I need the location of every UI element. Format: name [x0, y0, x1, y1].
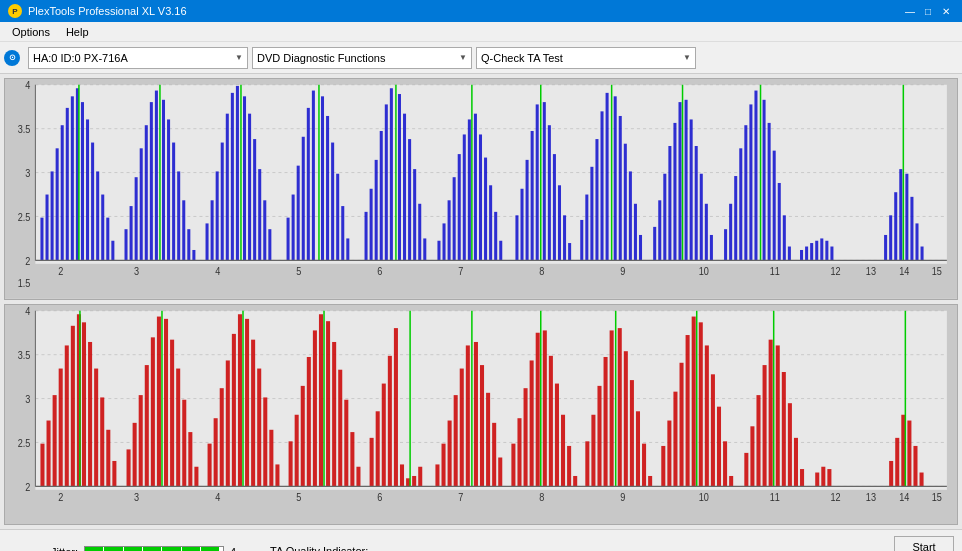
svg-rect-318 [821, 466, 825, 486]
svg-rect-275 [543, 330, 547, 486]
svg-rect-230 [257, 368, 261, 486]
svg-rect-310 [769, 339, 773, 486]
svg-text:8: 8 [539, 266, 544, 278]
svg-rect-289 [630, 380, 634, 486]
window-controls: — □ ✕ [902, 3, 954, 19]
drive-selector[interactable]: HA:0 ID:0 PX-716A ▼ [28, 47, 248, 69]
svg-rect-14 [46, 195, 49, 261]
svg-rect-272 [530, 360, 534, 486]
svg-rect-208 [127, 449, 131, 486]
svg-rect-98 [515, 215, 518, 260]
minimize-button[interactable]: — [902, 3, 918, 19]
function-label: DVD Diagnostic Functions [257, 52, 385, 64]
svg-rect-79 [403, 114, 406, 261]
svg-rect-78 [398, 94, 401, 260]
bottom-chart-container: 4 3.5 3 2.5 2 [4, 304, 958, 526]
svg-rect-233 [275, 464, 279, 486]
svg-rect-305 [729, 475, 733, 485]
svg-rect-226 [238, 314, 242, 486]
svg-rect-126 [668, 146, 671, 260]
svg-rect-50 [236, 86, 239, 260]
svg-rect-326 [920, 472, 924, 486]
maximize-button[interactable]: □ [920, 3, 936, 19]
menu-help[interactable]: Help [58, 24, 97, 40]
test-selector[interactable]: Q-Check TA Test ▼ [476, 47, 696, 69]
svg-rect-239 [319, 314, 323, 486]
svg-rect-107 [558, 185, 561, 260]
ta-quality-label: TA Quality Indicator: [270, 545, 368, 552]
svg-rect-262 [466, 345, 470, 486]
svg-text:13: 13 [866, 491, 876, 503]
svg-rect-109 [568, 243, 571, 260]
svg-rect-320 [889, 460, 893, 485]
svg-rect-271 [524, 388, 528, 486]
svg-rect-246 [356, 466, 360, 486]
svg-rect-298 [692, 316, 696, 486]
svg-rect-249 [382, 383, 386, 486]
svg-rect-24 [91, 143, 94, 261]
ta-quality-section: TA Quality Indicator: Very Good [270, 545, 368, 552]
svg-text:3.5: 3.5 [18, 349, 31, 361]
svg-rect-22 [81, 102, 84, 260]
close-button[interactable]: ✕ [938, 3, 954, 19]
svg-rect-138 [734, 176, 737, 260]
svg-rect-283 [597, 385, 601, 486]
svg-rect-45 [211, 200, 214, 260]
function-dropdown-arrow: ▼ [459, 53, 467, 62]
svg-rect-115 [606, 93, 609, 261]
svg-rect-248 [376, 411, 380, 486]
function-selector[interactable]: DVD Diagnostic Functions ▼ [252, 47, 472, 69]
top-chart-container: 4 3.5 3 2.5 2 1.5 [4, 78, 958, 300]
svg-rect-26 [101, 195, 104, 261]
svg-rect-225 [232, 333, 236, 485]
svg-rect-120 [629, 171, 632, 260]
svg-rect-195 [47, 420, 51, 486]
svg-rect-135 [710, 235, 713, 260]
svg-rect-41 [182, 200, 185, 260]
svg-rect-314 [788, 403, 792, 486]
svg-text:5: 5 [296, 491, 302, 503]
svg-rect-89 [463, 134, 466, 260]
svg-text:14: 14 [899, 266, 910, 278]
svg-rect-146 [773, 151, 776, 261]
svg-rect-202 [82, 322, 86, 486]
svg-rect-55 [258, 169, 261, 260]
svg-rect-162 [905, 174, 908, 261]
svg-rect-306 [744, 452, 748, 486]
svg-rect-234 [289, 441, 293, 486]
svg-rect-213 [157, 316, 161, 486]
svg-rect-243 [338, 369, 342, 486]
start-button[interactable]: Start [894, 536, 954, 552]
svg-rect-258 [442, 443, 446, 486]
svg-rect-204 [94, 368, 98, 486]
svg-rect-203 [88, 341, 92, 485]
svg-text:3: 3 [25, 168, 30, 180]
svg-rect-287 [618, 328, 622, 486]
svg-text:8: 8 [539, 491, 544, 503]
svg-rect-245 [350, 432, 354, 486]
svg-rect-42 [187, 229, 190, 260]
svg-rect-155 [825, 241, 828, 261]
svg-rect-259 [448, 420, 452, 486]
svg-rect-57 [268, 229, 271, 260]
svg-rect-25 [96, 171, 99, 260]
svg-rect-140 [744, 125, 747, 260]
toolbar: ⊙ HA:0 ID:0 PX-716A ▼ DVD Diagnostic Fun… [0, 42, 962, 74]
menu-options[interactable]: Options [4, 24, 58, 40]
svg-text:13: 13 [866, 266, 876, 278]
svg-rect-308 [756, 395, 760, 486]
svg-rect-34 [150, 102, 153, 260]
svg-rect-164 [915, 223, 918, 260]
svg-rect-66 [326, 116, 329, 260]
svg-rect-152 [810, 243, 813, 260]
svg-rect-118 [619, 116, 622, 260]
svg-rect-223 [220, 388, 224, 486]
svg-rect-114 [601, 111, 604, 260]
svg-rect-61 [302, 137, 305, 261]
svg-rect-121 [634, 204, 637, 261]
svg-rect-261 [460, 368, 464, 486]
svg-rect-74 [380, 131, 383, 260]
svg-rect-218 [182, 399, 186, 486]
svg-text:4: 4 [25, 80, 31, 92]
svg-rect-255 [412, 475, 416, 485]
